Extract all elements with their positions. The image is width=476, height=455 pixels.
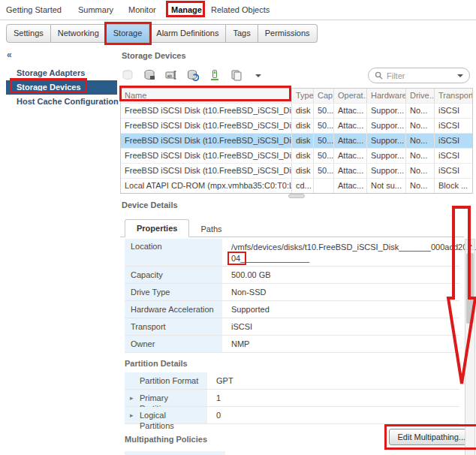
property-value: 500.00 GB bbox=[222, 267, 459, 283]
edit-multipathing-button[interactable]: Edit Multipathing... bbox=[389, 429, 475, 445]
search-icon bbox=[375, 71, 383, 80]
location-line1: /vmfs/devices/disks/t10.FreeBSD_iSCSI_Di… bbox=[231, 243, 476, 252]
property-label: Transport bbox=[125, 318, 222, 335]
scrollbar-thumb[interactable] bbox=[466, 253, 474, 324]
property-label: Drive Type bbox=[125, 284, 222, 300]
cell-operational: Attac... bbox=[334, 179, 367, 193]
tab-related-objects[interactable]: Related Objects bbox=[211, 5, 270, 14]
subtab-alarm-definitions[interactable]: Alarm Definitions bbox=[149, 24, 226, 43]
scroll-up-icon[interactable] bbox=[465, 240, 474, 250]
cell-type: disk bbox=[292, 134, 314, 148]
property-value: Non-SSD bbox=[222, 284, 459, 300]
column-header-name[interactable]: Name bbox=[121, 89, 292, 103]
svg-text:ab: ab bbox=[167, 74, 173, 78]
cell-hardware: Suppor... bbox=[367, 104, 406, 118]
cell-operational: Attac... bbox=[334, 104, 367, 118]
cell-name: FreeBSD iSCSI Disk (t10.FreeBSD_iSCSI_Di… bbox=[121, 164, 292, 178]
rename-device-icon[interactable]: ab bbox=[165, 69, 179, 83]
column-header-hardware[interactable]: Hardware ... bbox=[367, 89, 406, 103]
filter-dropdown-caret-icon[interactable] bbox=[457, 74, 463, 77]
subtab-storage[interactable]: Storage bbox=[107, 24, 150, 43]
cell-type: cd... bbox=[292, 179, 314, 193]
sidebar-item-storage-devices[interactable]: Storage Devices bbox=[6, 80, 117, 95]
tab-summary[interactable]: Summary bbox=[78, 5, 113, 14]
tab-manage-label: Manage bbox=[171, 5, 202, 14]
tab-manage[interactable]: Manage bbox=[171, 5, 202, 14]
cell-drive: No... bbox=[406, 179, 435, 193]
location-code: 04 bbox=[231, 253, 240, 264]
property-row-hardware-acceleration: Hardware Acceleration Supported bbox=[125, 301, 459, 318]
property-label: ▸ Path Selection Policy bbox=[125, 451, 225, 455]
property-row-transport: Transport iSCSI bbox=[125, 318, 459, 336]
property-row-location: Location /vmfs/devices/disks/t10.FreeBSD… bbox=[125, 239, 459, 267]
table-row[interactable]: FreeBSD iSCSI Disk (t10.FreeBSD_iSCSI_Di… bbox=[121, 148, 472, 163]
column-header-type[interactable]: Type bbox=[292, 89, 314, 103]
property-value: 0 bbox=[207, 407, 459, 423]
sidebar-item-storage-adapters[interactable]: Storage Adapters bbox=[6, 66, 117, 80]
tab-getting-started[interactable]: Getting Started bbox=[6, 5, 62, 14]
cell-type: disk bbox=[292, 104, 314, 118]
property-label: Capacity bbox=[125, 267, 222, 283]
turn-on-led-icon[interactable] bbox=[209, 69, 222, 83]
tab-paths[interactable]: Paths bbox=[189, 221, 233, 237]
cell-capacity: 50... bbox=[314, 104, 334, 118]
property-label: Hardware Acceleration bbox=[125, 301, 222, 318]
collapse-sidebar-icon[interactable]: « bbox=[7, 50, 12, 60]
filter-box bbox=[368, 68, 470, 83]
cell-transport: iSCSI bbox=[435, 164, 472, 178]
copy-all-icon[interactable] bbox=[230, 69, 250, 83]
table-row-selected[interactable]: FreeBSD iSCSI Disk (t10.FreeBSD_iSCSI_Di… bbox=[121, 133, 472, 148]
primary-tab-bar: Getting Started Summary Monitor Manage R… bbox=[0, 0, 476, 20]
cell-capacity: 50... bbox=[314, 134, 334, 148]
refresh-icon[interactable] bbox=[187, 69, 200, 83]
table-row[interactable]: FreeBSD iSCSI Disk (t10.FreeBSD_iSCSI_Di… bbox=[121, 103, 472, 118]
cell-name: FreeBSD iSCSI Disk (t10.FreeBSD_iSCSI_Di… bbox=[121, 149, 292, 163]
cell-capacity: 50... bbox=[314, 119, 334, 133]
column-header-transport[interactable]: Transport bbox=[435, 89, 472, 103]
subtab-permissions[interactable]: Permissions bbox=[258, 24, 318, 43]
table-row[interactable]: Local ATAPI CD-ROM (mpx.vmhba35:C0:T0:L0… bbox=[121, 178, 472, 193]
tab-monitor[interactable]: Monitor bbox=[128, 5, 156, 14]
cell-hardware: Suppor... bbox=[367, 119, 406, 133]
detach-device-icon[interactable] bbox=[122, 69, 135, 83]
table-row[interactable]: FreeBSD iSCSI Disk (t10.FreeBSD_iSCSI_Di… bbox=[121, 163, 472, 178]
cell-capacity bbox=[314, 179, 334, 193]
cell-drive: No... bbox=[406, 134, 435, 148]
cell-operational: Attac... bbox=[334, 119, 367, 133]
cell-capacity: 50... bbox=[314, 149, 334, 163]
column-header-operational[interactable]: Operat... bbox=[334, 89, 367, 103]
cell-transport: iSCSI bbox=[435, 104, 472, 118]
column-header-capacity[interactable]: Cap... bbox=[314, 89, 334, 103]
expand-arrow-icon[interactable]: ▸ bbox=[130, 393, 134, 403]
cell-operational: Attac... bbox=[334, 164, 367, 178]
subtab-tags[interactable]: Tags bbox=[226, 24, 258, 43]
property-value: 1 bbox=[207, 390, 459, 406]
property-value: Supported bbox=[222, 301, 459, 318]
tab-properties[interactable]: Properties bbox=[125, 219, 189, 237]
copy-dropdown-caret-icon[interactable] bbox=[255, 74, 261, 77]
device-details-title: Device Details bbox=[122, 200, 178, 209]
cell-hardware: Suppor... bbox=[367, 134, 406, 148]
device-details-tab-bar: Properties Paths bbox=[120, 217, 464, 237]
property-value: Fixed (VMware) bbox=[225, 451, 459, 455]
subtab-storage-label: Storage bbox=[113, 29, 143, 38]
subtab-networking[interactable]: Networking bbox=[51, 24, 107, 43]
column-header-drive[interactable]: Drive... bbox=[406, 89, 435, 103]
expand-arrow-icon[interactable]: ▸ bbox=[130, 410, 134, 420]
panel-splitter-handle[interactable] bbox=[288, 194, 305, 198]
partition-row-primary: ▸ Primary Partitions 1 bbox=[125, 390, 459, 407]
sidebar-item-host-cache-configuration[interactable]: Host Cache Configuration bbox=[6, 95, 117, 109]
subtab-settings[interactable]: Settings bbox=[6, 24, 51, 43]
table-row[interactable]: FreeBSD iSCSI Disk (t10.FreeBSD_iSCSI_Di… bbox=[121, 118, 472, 133]
attach-device-icon[interactable] bbox=[143, 69, 157, 83]
cell-operational: Attac... bbox=[334, 134, 367, 148]
location-trailing: _______________ bbox=[240, 254, 309, 263]
filter-input[interactable] bbox=[387, 71, 457, 80]
cell-name: FreeBSD iSCSI Disk (t10.FreeBSD_iSCSI_Di… bbox=[121, 119, 292, 133]
property-label: Owner bbox=[125, 336, 222, 352]
details-vertical-scrollbar[interactable] bbox=[465, 239, 475, 455]
storage-devices-panel: Storage Devices ab bbox=[120, 47, 476, 455]
sidebar: « Storage Adapters Storage Devices Host … bbox=[6, 47, 117, 455]
partition-details-title: Partition Details bbox=[125, 357, 464, 369]
partition-row-logical: ▸ Logical Partitions 0 bbox=[125, 407, 459, 424]
